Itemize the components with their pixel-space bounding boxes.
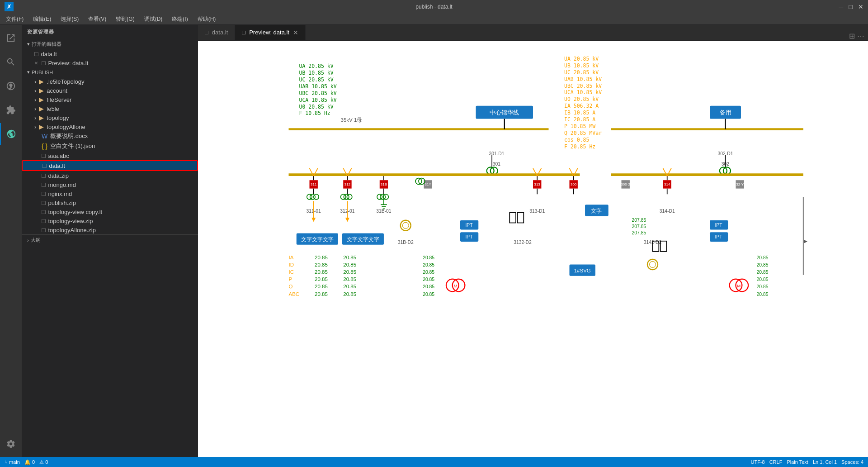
line-ending[interactable]: CRLF bbox=[769, 459, 783, 465]
opened-editors-section[interactable]: ▾ 打开的编辑器 bbox=[22, 39, 198, 49]
encoding[interactable]: UTF-8 bbox=[750, 459, 764, 465]
svg-text:20.85: 20.85 bbox=[423, 270, 434, 275]
close-icon[interactable]: ✕ bbox=[34, 61, 38, 66]
file-data-lt[interactable]: □ data.lt bbox=[22, 160, 198, 171]
svg-text:20.85: 20.85 bbox=[423, 292, 434, 297]
file-publish-zip[interactable]: □ publish.zip bbox=[22, 198, 198, 207]
svg-text:207.85: 207.85 bbox=[632, 218, 646, 223]
folder-icon: ▶ bbox=[39, 123, 44, 130]
file-data-zip[interactable]: □ data.zip bbox=[22, 171, 198, 180]
git-branch[interactable]: ⑂ main bbox=[5, 459, 20, 465]
file-json[interactable]: { } 空白文件 (1).json bbox=[22, 141, 198, 151]
svg-text:20.85: 20.85 bbox=[423, 284, 434, 289]
file-topology-view-zip[interactable]: □ topology-view.zip bbox=[22, 216, 198, 225]
svg-text:32-Y: 32-Y bbox=[736, 182, 744, 186]
opened-file-data-lt[interactable]: □ data.lt bbox=[22, 49, 198, 58]
file-topology-allone-zip[interactable]: □ topologyAllone.zip bbox=[22, 225, 198, 234]
folder-name: topologyAllone bbox=[47, 124, 85, 130]
menu-select[interactable]: 选择(S) bbox=[57, 14, 82, 24]
tab-data-lt[interactable]: □ data.lt bbox=[198, 25, 235, 40]
indentation[interactable]: Spaces: 4 bbox=[841, 459, 863, 465]
menu-terminal[interactable]: 终端(I) bbox=[168, 14, 191, 24]
svg-text:IA: IA bbox=[289, 255, 294, 260]
maximize-button[interactable]: □ bbox=[849, 3, 853, 10]
file-aaa[interactable]: □ aaa.abc bbox=[22, 151, 198, 160]
menu-file[interactable]: 文件(F) bbox=[2, 14, 27, 24]
tab-close-button[interactable]: ✕ bbox=[293, 29, 298, 36]
close-button[interactable]: ✕ bbox=[858, 3, 863, 10]
folder-topology[interactable]: › ▶ topology bbox=[22, 113, 198, 122]
file-mongo-md[interactable]: □ mongo.md bbox=[22, 180, 198, 189]
svg-text:313: 313 bbox=[534, 182, 540, 186]
folder-le5le[interactable]: › ▶ le5le bbox=[22, 104, 198, 113]
outline-header[interactable]: › 大纲 bbox=[22, 235, 198, 245]
svg-text:UBC   20.85 kV: UBC 20.85 kV bbox=[299, 90, 337, 96]
folder-fileserver[interactable]: › ▶ fileServer bbox=[22, 95, 198, 104]
svg-text:20.85: 20.85 bbox=[343, 269, 356, 275]
minimize-button[interactable]: ─ bbox=[839, 3, 844, 10]
file-icon: □ bbox=[42, 59, 45, 67]
menu-help[interactable]: 帮助(H) bbox=[194, 14, 220, 24]
svg-text:20.85: 20.85 bbox=[343, 262, 356, 267]
warning-count[interactable]: ⚠ 0 bbox=[39, 459, 48, 465]
file-icon: □ bbox=[42, 172, 45, 179]
svg-text:UA     20.85 kV: UA 20.85 kV bbox=[564, 56, 599, 62]
cursor-position[interactable]: Ln 1, Col 1 bbox=[813, 459, 837, 465]
chevron-down-icon: ▾ bbox=[27, 41, 30, 47]
folder-le5le-topology[interactable]: › ▶ .le5leTopology bbox=[22, 77, 198, 86]
publish-section[interactable]: ▾ PUBLISH bbox=[22, 67, 198, 77]
menu-goto[interactable]: 转到(G) bbox=[112, 14, 138, 24]
file-icon: □ bbox=[42, 217, 45, 224]
activity-remote[interactable] bbox=[0, 123, 22, 145]
svg-text:ID: ID bbox=[289, 262, 294, 267]
window-controls[interactable]: ─ □ ✕ bbox=[839, 3, 863, 10]
chevron-right-icon: › bbox=[34, 105, 36, 112]
svg-text:UCA    10.85 kV: UCA 10.85 kV bbox=[564, 89, 602, 95]
docx-icon: W bbox=[42, 133, 47, 140]
svg-text:F     10.85 Hz: F 10.85 Hz bbox=[299, 110, 330, 116]
activity-search[interactable] bbox=[0, 51, 22, 73]
svg-text:31B: 31B bbox=[381, 182, 387, 186]
svg-text:313-D1: 313-D1 bbox=[529, 209, 545, 214]
file-docx[interactable]: W 概要说明.docx bbox=[22, 131, 198, 141]
chevron-right-icon: › bbox=[34, 124, 36, 130]
activity-explorer[interactable] bbox=[0, 27, 22, 49]
svg-text:20.85: 20.85 bbox=[423, 262, 434, 267]
error-count[interactable]: 🔔 0 bbox=[24, 459, 35, 465]
file-icon: □ bbox=[42, 152, 45, 159]
chevron-down-icon: ▾ bbox=[27, 69, 30, 75]
folder-topology-allone[interactable]: › ▶ topologyAllone bbox=[22, 122, 198, 131]
svg-text:20.85: 20.85 bbox=[423, 277, 434, 282]
menu-edit[interactable]: 编辑(E) bbox=[29, 14, 55, 24]
svg-text:20.85: 20.85 bbox=[757, 292, 769, 297]
more-actions-button[interactable]: ⋯ bbox=[857, 32, 864, 40]
file-topology-view-copy[interactable]: □ topology-view copy.lt bbox=[22, 207, 198, 216]
top-right-measurements: UA 20.85 kV UB 10.85 kV UC 20.85 kV UAB … bbox=[564, 56, 602, 150]
svg-text:Q: Q bbox=[289, 284, 293, 289]
file-name: 概要说明.docx bbox=[50, 132, 88, 140]
menu-view[interactable]: 查看(V) bbox=[85, 14, 110, 24]
folder-name: le5le bbox=[47, 105, 59, 112]
svg-text:U0     20.85 kV: U0 20.85 kV bbox=[564, 96, 599, 102]
svg-text:20.85: 20.85 bbox=[343, 276, 356, 282]
svg-text:300: 300 bbox=[571, 182, 577, 186]
tabs: □ data.lt □ Preview: data.lt ✕ ⊞ ⋯ bbox=[198, 25, 868, 41]
activity-scm[interactable] bbox=[0, 75, 22, 97]
menu-debug[interactable]: 调试(D) bbox=[141, 14, 166, 24]
file-nginx-md[interactable]: □ nginx.md bbox=[22, 189, 198, 198]
tab-preview-data-lt[interactable]: □ Preview: data.lt ✕ bbox=[235, 25, 306, 40]
svg-text:314: 314 bbox=[664, 182, 670, 186]
svg-text:文字文字文字: 文字文字文字 bbox=[347, 236, 379, 242]
menubar: 文件(F) 编辑(E) 选择(S) 查看(V) 转到(G) 调试(D) 终端(I… bbox=[0, 14, 868, 25]
folder-account[interactable]: › ▶ account bbox=[22, 86, 198, 95]
file-icon: □ bbox=[42, 208, 45, 215]
main-layout: 资源管理器 ▾ 打开的编辑器 □ data.lt ✕ □ Preview: da… bbox=[0, 25, 868, 457]
opened-file-name-1: data.lt bbox=[41, 51, 57, 57]
activity-extensions[interactable] bbox=[0, 99, 22, 121]
activity-settings[interactable] bbox=[0, 433, 22, 455]
split-editor-button[interactable]: ⊞ bbox=[849, 32, 855, 40]
language-mode[interactable]: Plain Text bbox=[787, 459, 808, 465]
opened-file-preview[interactable]: ✕ □ Preview: data.lt bbox=[22, 58, 198, 67]
file-icon: □ bbox=[34, 50, 38, 57]
svg-text:20.85: 20.85 bbox=[315, 284, 328, 289]
